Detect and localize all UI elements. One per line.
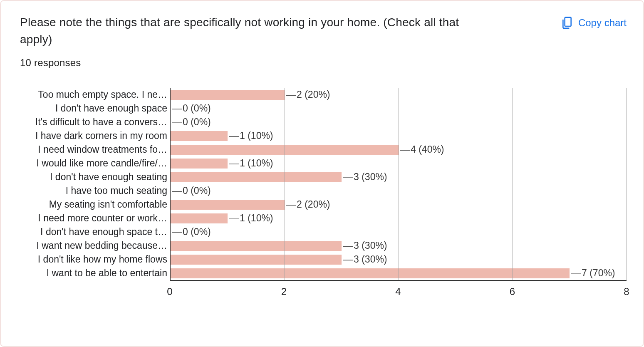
- bar[interactable]: [171, 255, 342, 265]
- y-axis-label: I don't have enough space t…: [20, 225, 170, 239]
- x-axis-tick: 6: [510, 286, 515, 297]
- bar[interactable]: [171, 213, 228, 223]
- y-axis-label: Too much empty space. I ne…: [20, 88, 170, 102]
- data-label-text: 1 (10%): [240, 213, 273, 223]
- data-label: —1 (10%): [229, 158, 273, 169]
- data-label: —3 (30%): [343, 240, 387, 251]
- data-label-text: 4 (40%): [411, 144, 444, 155]
- y-axis-label: I would like more candle/fire/…: [20, 156, 170, 170]
- bar[interactable]: [171, 159, 228, 169]
- gridline: [285, 88, 285, 280]
- y-axis-label: It's difficult to have a convers…: [20, 115, 170, 129]
- data-label: —7 (70%): [571, 268, 615, 279]
- y-axis-label: I don't like how my home flows: [20, 253, 170, 266]
- chart-card: Please note the things that are specific…: [0, 0, 644, 347]
- leader-dash: —: [343, 171, 353, 183]
- data-label: —0 (0%): [172, 103, 211, 114]
- data-label-text: 0 (0%): [183, 226, 211, 237]
- y-axis-label: I need window treatments fo…: [20, 143, 170, 156]
- data-label-text: 1 (10%): [240, 158, 273, 169]
- y-axis-label: I want new bedding because…: [20, 239, 170, 253]
- gridline: [627, 88, 627, 280]
- data-label-text: 0 (0%): [183, 103, 211, 114]
- data-label: —2 (20%): [286, 89, 330, 100]
- data-label-text: 0 (0%): [183, 185, 211, 196]
- copy-chart-label: Copy chart: [578, 17, 627, 29]
- gridline: [399, 88, 399, 280]
- data-label-text: 0 (0%): [183, 116, 211, 127]
- gridline: [513, 88, 513, 280]
- leader-dash: —: [286, 199, 296, 210]
- leader-dash: —: [172, 116, 182, 128]
- data-label: —0 (0%): [172, 116, 211, 128]
- x-axis-tick: 0: [167, 286, 172, 297]
- copy-chart-button[interactable]: Copy chart: [562, 17, 627, 29]
- x-axis-tick: 2: [281, 286, 287, 297]
- bar[interactable]: [171, 241, 342, 251]
- chart: Too much empty space. I ne…I don't have …: [20, 88, 627, 297]
- data-label: —0 (0%): [172, 226, 211, 238]
- leader-dash: —: [172, 226, 182, 238]
- leader-dash: —: [571, 268, 581, 279]
- leader-dash: —: [229, 213, 239, 224]
- y-axis-label: I have too much seating: [20, 184, 170, 198]
- data-label: —4 (40%): [400, 144, 444, 155]
- x-axis-tick: 8: [624, 286, 629, 297]
- data-label-text: 2 (20%): [297, 199, 330, 210]
- plot: —2 (20%)—0 (0%)—0 (0%)—1 (10%)—4 (40%)—1…: [170, 88, 627, 297]
- leader-dash: —: [172, 103, 182, 114]
- y-axis-label: I have dark corners in my room: [20, 129, 170, 143]
- copy-icon: [562, 17, 572, 29]
- y-axis-label: I don't have enough seating: [20, 170, 170, 184]
- leader-dash: —: [400, 144, 410, 155]
- data-label-text: 3 (30%): [354, 254, 387, 265]
- y-axis-label: My seating isn't comfortable: [20, 198, 170, 211]
- bar[interactable]: [171, 131, 228, 141]
- y-axis-labels: Too much empty space. I ne…I don't have …: [20, 88, 170, 297]
- x-axis: 02468: [170, 281, 627, 297]
- bar[interactable]: [171, 268, 570, 278]
- leader-dash: —: [286, 89, 296, 100]
- data-label: —1 (10%): [229, 213, 273, 224]
- data-label: —1 (10%): [229, 130, 273, 141]
- y-axis-label: I want to be able to entertain: [20, 266, 170, 280]
- x-axis-tick: 4: [395, 286, 401, 297]
- y-axis-label: I don't have enough space: [20, 102, 170, 115]
- bar[interactable]: [171, 200, 285, 210]
- bar[interactable]: [171, 90, 285, 100]
- data-label-text: 7 (70%): [582, 268, 615, 278]
- leader-dash: —: [229, 158, 239, 169]
- plot-area: —2 (20%)—0 (0%)—0 (0%)—1 (10%)—4 (40%)—1…: [170, 88, 627, 281]
- data-label: —3 (30%): [343, 171, 387, 183]
- data-label-text: 3 (30%): [354, 240, 387, 251]
- svg-rect-0: [565, 17, 571, 26]
- data-label-text: 3 (30%): [354, 171, 387, 182]
- data-label-text: 2 (20%): [297, 89, 330, 100]
- leader-dash: —: [172, 185, 182, 196]
- bar[interactable]: [171, 172, 342, 182]
- data-label: —0 (0%): [172, 185, 211, 196]
- y-axis-label: I need more counter or work…: [20, 211, 170, 225]
- data-label: —3 (30%): [343, 254, 387, 265]
- data-label-text: 1 (10%): [240, 130, 273, 141]
- leader-dash: —: [343, 240, 353, 251]
- question-title: Please note the things that are specific…: [20, 14, 494, 48]
- leader-dash: —: [229, 130, 239, 141]
- responses-count: 10 responses: [20, 57, 627, 69]
- data-label: —2 (20%): [286, 199, 330, 210]
- leader-dash: —: [343, 254, 353, 265]
- card-header: Please note the things that are specific…: [20, 14, 627, 48]
